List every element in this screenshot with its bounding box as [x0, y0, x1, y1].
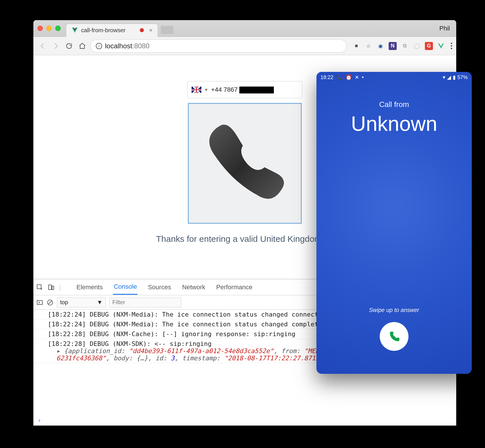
forward-button[interactable]: [51, 41, 61, 51]
battery-icon: ▮: [453, 74, 456, 81]
phone-number-text: +44 7867: [211, 86, 274, 93]
uk-flag-icon: [192, 87, 201, 93]
swipe-hint: Swipe up to answer: [316, 307, 472, 313]
phone-handset-icon: [196, 114, 294, 212]
validation-message: Thanks for entering a valid United Kingd…: [156, 234, 333, 244]
redacted-number: [239, 87, 274, 93]
vue-favicon-icon: [71, 27, 78, 34]
window-controls: [37, 26, 61, 31]
caller-name: Unknown: [316, 112, 472, 135]
extension-n-icon[interactable]: N: [389, 42, 397, 50]
close-window-button[interactable]: [37, 26, 43, 31]
browser-tab[interactable]: call-from-browser ×: [66, 24, 158, 37]
svg-rect-1: [49, 285, 51, 290]
tab-sources[interactable]: Sources: [147, 280, 172, 294]
maximize-window-button[interactable]: [55, 26, 61, 31]
battery-percent: 57%: [457, 74, 468, 81]
clear-console-icon[interactable]: [47, 299, 54, 306]
minimize-window-button[interactable]: [46, 26, 52, 31]
status-time: 18:22: [320, 74, 333, 81]
android-status-bar: 18:22 📞 ⏰ ✕ • ▾ ◢ ▮ 57%: [316, 72, 472, 83]
notification-dot-icon: •: [362, 74, 364, 81]
phone-number-input[interactable]: ▼ +44 7867: [187, 81, 302, 98]
call-from-label: Call from: [316, 100, 472, 109]
tab-network[interactable]: Network: [182, 280, 206, 294]
recording-indicator-icon: [140, 28, 144, 32]
device-toolbar-icon[interactable]: [48, 284, 55, 291]
wifi-icon: ▾: [443, 74, 445, 81]
alarm-status-icon: ⏰: [345, 74, 352, 81]
svg-line-5: [48, 301, 52, 304]
tab-elements[interactable]: Elements: [76, 280, 104, 294]
tab-performance[interactable]: Performance: [216, 280, 253, 294]
cell-signal-icon: ◢: [447, 74, 451, 81]
close-tab-button[interactable]: ×: [149, 27, 152, 34]
address-bar[interactable]: i localhost:8080: [90, 39, 347, 53]
phone-status-icon: 📞: [336, 74, 343, 81]
country-dropdown-icon[interactable]: ▼: [204, 87, 208, 92]
console-prompt[interactable]: ›: [33, 415, 456, 426]
bookmark-star-icon[interactable]: ☆: [364, 42, 373, 50]
camera-indicator-icon[interactable]: ■: [352, 42, 360, 50]
notification-icon: ✕: [355, 74, 359, 81]
onepassword-extension-icon[interactable]: ◉: [377, 42, 385, 50]
extension-circle-icon[interactable]: ◯: [413, 42, 421, 50]
reload-button[interactable]: [64, 41, 74, 51]
extension-g-icon[interactable]: G: [425, 42, 433, 50]
site-info-icon[interactable]: i: [96, 43, 102, 49]
tab-title: call-from-browser: [81, 27, 125, 34]
tab-strip: call-from-browser × Phil: [33, 20, 456, 37]
dial-button[interactable]: [188, 103, 302, 224]
vue-devtools-icon[interactable]: [437, 42, 445, 50]
new-tab-button[interactable]: [161, 26, 173, 34]
extension-copy-icon[interactable]: ⧉: [401, 42, 409, 50]
browser-toolbar: i localhost:8080 ■ ☆ ◉ N ⧉ ◯ G: [33, 37, 456, 55]
profile-name[interactable]: Phil: [439, 25, 450, 32]
svg-rect-2: [52, 286, 54, 290]
context-selector[interactable]: top▼: [57, 298, 106, 307]
browser-menu-button[interactable]: [451, 43, 452, 49]
home-button[interactable]: [77, 41, 87, 51]
console-sidebar-toggle-icon[interactable]: [36, 299, 43, 306]
console-filter-input[interactable]: [109, 298, 181, 307]
inspect-element-icon[interactable]: [36, 284, 43, 291]
phone-answer-icon: [388, 330, 400, 343]
back-button[interactable]: [37, 41, 48, 51]
answer-call-button[interactable]: [380, 322, 408, 351]
url-text: localhost:8080: [105, 42, 150, 50]
android-incoming-call: 18:22 📞 ⏰ ✕ • ▾ ◢ ▮ 57% Call from Unknow…: [316, 72, 472, 374]
extension-icons: ■ ☆ ◉ N ⧉ ◯ G: [352, 42, 452, 50]
tab-console[interactable]: Console: [113, 279, 138, 295]
